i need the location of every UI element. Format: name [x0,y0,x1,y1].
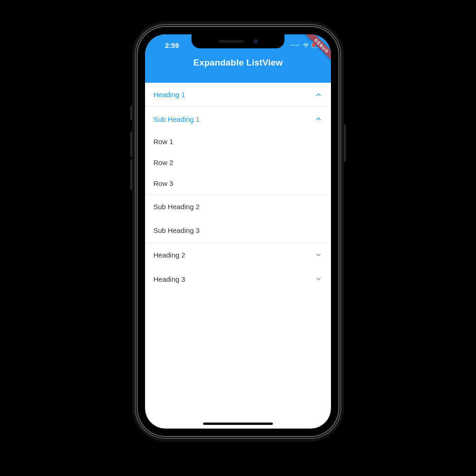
sub-heading-label: Sub Heading 3 [153,226,323,234]
page-title: Expandable ListView [145,58,331,68]
speaker [218,40,244,43]
sub-heading-3-tile[interactable]: Sub Heading 3 [145,218,331,243]
chevron-down-icon [314,251,323,259]
heading-label: Heading 3 [153,275,314,283]
power-button [344,125,346,162]
heading-label: Heading 1 [153,91,314,99]
expandable-list[interactable]: Heading 1 Sub Heading 1 Row 1 Row 2 Row … [145,83,331,291]
status-time: 2:59 [153,41,191,49]
sub-heading-label: Sub Heading 2 [153,203,323,211]
notch [192,34,284,48]
chevron-up-icon [314,91,323,99]
sub-heading-1-tile[interactable]: Sub Heading 1 [145,107,331,131]
list-row[interactable]: Row 2 [145,152,331,173]
heading-1-tile[interactable]: Heading 1 [145,83,331,107]
volume-buttons [130,106,132,120]
heading-3-tile[interactable]: Heading 3 [145,267,331,291]
screen: DEBUG 2:59 [145,34,331,429]
heading-label: Heading 2 [153,251,314,259]
cellular-icon [291,45,299,46]
sub-heading-2-tile[interactable]: Sub Heading 2 [145,194,331,218]
heading-2-tile[interactable]: Heading 2 [145,243,331,267]
wifi-icon [302,42,310,48]
phone-frame: DEBUG 2:59 [138,27,338,436]
svg-rect-2 [312,43,315,47]
front-camera [253,39,258,44]
list-row[interactable]: Row 3 [145,173,331,194]
chevron-up-icon [314,115,323,123]
chevron-down-icon [314,275,323,283]
list-row[interactable]: Row 1 [145,131,331,152]
sub-heading-label: Sub Heading 1 [153,115,314,123]
home-indicator[interactable] [203,423,273,425]
